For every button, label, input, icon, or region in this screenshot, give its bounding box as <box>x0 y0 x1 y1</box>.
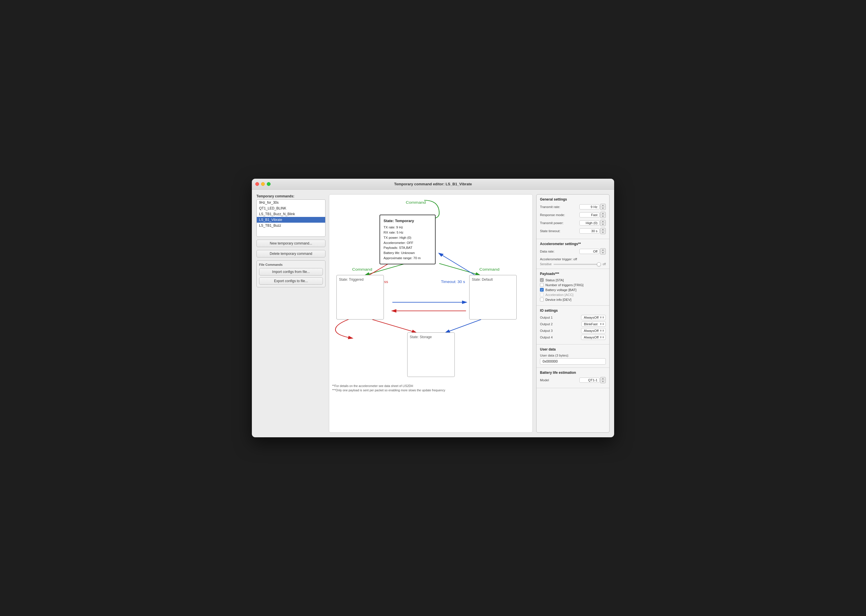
close-button[interactable] <box>255 182 259 186</box>
svg-text:Command: Command <box>406 200 426 204</box>
payload-bat-checkbox[interactable]: ✓ <box>540 288 544 292</box>
payload-trig-row: Number of triggers [TRIG] <box>540 283 606 287</box>
data-rate-control: Off ▲▼ <box>579 248 606 255</box>
payload-acc-label: Acceleration [ACC] <box>545 293 573 297</box>
payload-status-checkbox[interactable]: ✓ <box>540 278 544 282</box>
minimize-button[interactable] <box>261 182 265 186</box>
payload-dev-label: Device info [DEV] <box>545 298 571 302</box>
model-stepper[interactable]: ▲▼ <box>600 377 606 383</box>
state-timeout-label: State timeout: <box>540 229 561 233</box>
accelerometer-settings-title: Accelerometer settings** <box>540 242 606 246</box>
diagram-notes: **For details on the accelerometer see d… <box>332 384 530 393</box>
accelerometer-settings-section: Accelerometer settings** Data rate: Off … <box>537 239 609 269</box>
transmit-rate-stepper[interactable]: ▲▼ <box>600 204 606 210</box>
state-timeout-row: State timeout: 30 s ▲▼ <box>540 228 606 234</box>
payload-acc-row: Acceleration [ACC] <box>540 293 606 297</box>
output3-value: AlwaysOff <box>584 329 598 332</box>
transmit-power-stepper[interactable]: ▲▼ <box>600 220 606 226</box>
diagram-area: Command Command Command Button press Tim… <box>332 197 530 393</box>
temp-accelerometer: Accelerometer: OFF <box>384 240 431 246</box>
model-control: QT1-1 ▲▼ <box>579 377 606 383</box>
output4-value: AlwaysOff <box>584 336 598 339</box>
state-triggered-box: State: Triggered <box>336 275 384 319</box>
list-item-qt1[interactable]: QT1_LED_BLINK <box>257 206 325 211</box>
payload-acc-checkbox <box>540 293 544 297</box>
transmit-rate-value: 9 Hz <box>579 204 600 209</box>
state-triggered-label: State: Triggered <box>339 278 364 281</box>
window-title: Temporary command editor: LS_B1_Vibrate <box>394 182 472 186</box>
transmit-power-control: High (0) ▲▼ <box>579 220 606 226</box>
data-rate-label: Data rate: <box>540 250 554 253</box>
state-default-box: State: Default <box>469 275 516 319</box>
payload-status-row: ✓ Status [STA] <box>540 278 606 282</box>
payload-status-label: Status [STA] <box>545 278 564 282</box>
payload-bat-row: ✓ Battery voltage [BAT] <box>540 288 606 292</box>
state-storage-label: State: Storage <box>410 335 432 339</box>
output2-select[interactable]: BlinkFast ⬆⬇ <box>581 322 606 327</box>
commands-section: Temporary commands: 9Hz_for_30s QT1_LED_… <box>257 194 326 237</box>
output1-select[interactable]: AlwaysOff ⬆⬇ <box>581 315 606 320</box>
temp-tx-rate: TX rate: 9 Hz <box>384 225 431 230</box>
state-default-label: State: Default <box>472 278 493 281</box>
general-settings-title: General settings <box>540 197 606 201</box>
payload-dev-checkbox[interactable] <box>540 298 544 302</box>
output3-row: Output 3 AlwaysOff ⬆⬇ <box>540 328 606 333</box>
main-window: Temporary command editor: LS_B1_Vibrate … <box>252 179 614 437</box>
slider-thumb[interactable] <box>597 262 601 266</box>
temp-tx-power: TX power: High (0) <box>384 235 431 240</box>
slider-right-label: off <box>603 262 606 266</box>
data-rate-stepper[interactable]: ▲▼ <box>600 248 606 255</box>
io-settings-title: IO settings <box>540 309 606 313</box>
data-rate-value: Off <box>579 249 600 254</box>
response-mode-value: Fast <box>579 212 600 217</box>
temp-battery-life: Battery life: Unknown <box>384 251 431 256</box>
output1-arrow: ⬆⬇ <box>600 316 605 319</box>
list-item-ls-b1-vibrate[interactable]: LS_B1_Vibrate <box>257 217 325 223</box>
output2-value: BlinkFast <box>584 322 597 326</box>
svg-text:Command: Command <box>479 267 499 272</box>
titlebar: Temporary command editor: LS_B1_Vibrate <box>252 179 614 190</box>
user-data-section: User data User data (3 bytes): <box>537 344 609 368</box>
output3-arrow: ⬆⬇ <box>600 329 605 332</box>
payloads-section: Payloads*** ✓ Status [STA] Number of tri… <box>537 269 609 306</box>
model-label: Model <box>540 379 549 382</box>
list-item-9hz[interactable]: 9Hz_for_30s <box>257 200 325 206</box>
main-content: Temporary commands: 9Hz_for_30s QT1_LED_… <box>252 190 614 437</box>
output1-row: Output 1 AlwaysOff ⬆⬇ <box>540 315 606 320</box>
output4-label: Output 4 <box>540 336 553 339</box>
maximize-button[interactable] <box>267 182 271 186</box>
commands-label: Temporary commands: <box>257 194 326 198</box>
import-configs-button[interactable]: Import configs from file... <box>259 268 323 275</box>
diagram-note2: ***Only one payload is sent per packet s… <box>332 388 530 393</box>
slider-row: Sensitive off <box>540 262 606 266</box>
list-item-ls-tb1-buzz[interactable]: LS_TB1_Buzz <box>257 223 325 228</box>
left-panel: Temporary commands: 9Hz_for_30s QT1_LED_… <box>257 194 326 433</box>
state-timeout-stepper[interactable]: ▲▼ <box>600 228 606 234</box>
state-storage-box: State: Storage <box>407 332 455 377</box>
response-mode-row: Response mode: Fast ▲▼ <box>540 212 606 218</box>
output4-arrow: ⬆⬇ <box>600 336 605 339</box>
slider-track[interactable] <box>553 264 601 265</box>
trigger-label-row: Accelerometer trigger: off <box>540 256 606 261</box>
file-commands-section: File Commands Import configs from file..… <box>257 260 326 287</box>
output1-label: Output 1 <box>540 316 553 319</box>
transmit-rate-row: Transmit rate: 9 Hz ▲▼ <box>540 204 606 210</box>
output3-select[interactable]: AlwaysOff ⬆⬇ <box>581 328 606 333</box>
temp-approx-range: Approximate range: 70 m <box>384 256 431 261</box>
output3-label: Output 3 <box>540 329 553 332</box>
svg-text:Command: Command <box>352 267 372 272</box>
trigger-label: Accelerometer trigger: off <box>540 258 577 261</box>
state-timeout-value: 30 s <box>579 228 600 234</box>
payload-trig-checkbox[interactable] <box>540 283 544 287</box>
temp-payloads: Payloads: STA,BAT <box>384 245 431 251</box>
commands-list: 9Hz_for_30s QT1_LED_BLINK LS_TB1_Buzz_N_… <box>257 200 326 237</box>
export-configs-button[interactable]: Export configs to file... <box>259 277 323 285</box>
response-mode-stepper[interactable]: ▲▼ <box>600 212 606 218</box>
list-item-ls-tb1[interactable]: LS_TB1_Buzz_N_Blink <box>257 211 325 217</box>
delete-command-button[interactable]: Delete temporary command <box>257 250 326 258</box>
user-data-input[interactable] <box>540 358 606 365</box>
traffic-lights <box>255 182 271 186</box>
temp-rx-rate: RX rate: 5 Hz <box>384 230 431 235</box>
new-command-button[interactable]: New temporary command... <box>257 240 326 247</box>
output4-select[interactable]: AlwaysOff ⬆⬇ <box>581 335 606 340</box>
